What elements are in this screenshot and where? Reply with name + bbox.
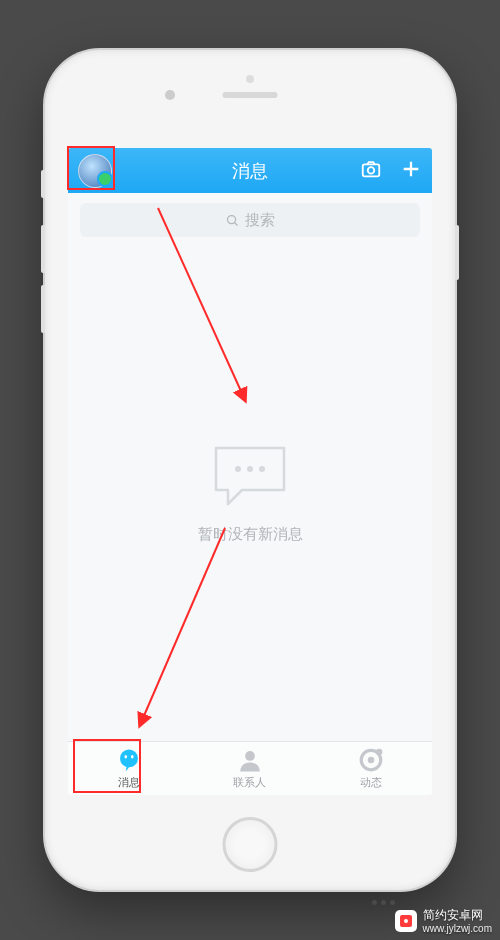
svg-point-3 — [235, 466, 241, 472]
watermark-logo-icon — [395, 910, 417, 932]
svg-point-16 — [404, 919, 408, 923]
svg-point-4 — [247, 466, 253, 472]
empty-state-text: 暂时没有新消息 — [198, 525, 303, 544]
mute-switch — [41, 170, 45, 198]
contacts-tab-icon — [237, 747, 263, 773]
watermark-url: www.jylzwj.com — [423, 923, 492, 935]
decorative-dots — [372, 900, 395, 905]
plus-icon[interactable] — [400, 158, 422, 184]
front-camera — [165, 90, 175, 100]
messages-tab-icon — [116, 747, 142, 773]
activity-tab-icon — [358, 747, 384, 773]
svg-point-9 — [245, 751, 255, 761]
profile-avatar[interactable] — [78, 154, 112, 188]
phone-frame: 消息 — [45, 50, 455, 890]
search-icon — [225, 213, 240, 228]
svg-point-5 — [259, 466, 265, 472]
search-input[interactable]: 搜索 — [80, 203, 420, 237]
tab-bar: 消息 联系人 动态 — [68, 741, 432, 795]
tab-contacts[interactable]: 联系人 — [189, 742, 310, 795]
search-placeholder: 搜索 — [245, 211, 275, 230]
home-button[interactable] — [223, 817, 278, 872]
svg-point-6 — [120, 749, 138, 767]
svg-point-7 — [124, 755, 127, 759]
empty-state: 暂时没有新消息 — [68, 247, 432, 741]
tab-label: 动态 — [360, 775, 382, 790]
svg-point-2 — [228, 215, 236, 223]
tab-label: 消息 — [118, 775, 140, 790]
power-button — [455, 225, 459, 280]
tab-messages[interactable]: 消息 — [68, 742, 189, 795]
proximity-sensor — [246, 75, 254, 83]
screen: 消息 — [68, 148, 432, 795]
camera-icon[interactable] — [360, 158, 382, 184]
volume-down-button — [41, 285, 45, 333]
svg-point-8 — [131, 755, 134, 759]
watermark-brand: 简约安卓网 — [423, 909, 492, 923]
tab-label: 联系人 — [233, 775, 266, 790]
volume-up-button — [41, 225, 45, 273]
watermark: 简约安卓网 www.jylzwj.com — [395, 909, 492, 934]
earpiece-speaker — [223, 92, 278, 98]
search-area: 搜索 — [68, 193, 432, 247]
nav-bar: 消息 — [68, 148, 432, 193]
svg-point-1 — [368, 167, 374, 173]
svg-point-11 — [368, 757, 375, 764]
svg-rect-0 — [363, 164, 380, 176]
svg-point-12 — [376, 749, 383, 756]
chat-bubble-icon — [210, 444, 290, 509]
tab-activity[interactable]: 动态 — [311, 742, 432, 795]
